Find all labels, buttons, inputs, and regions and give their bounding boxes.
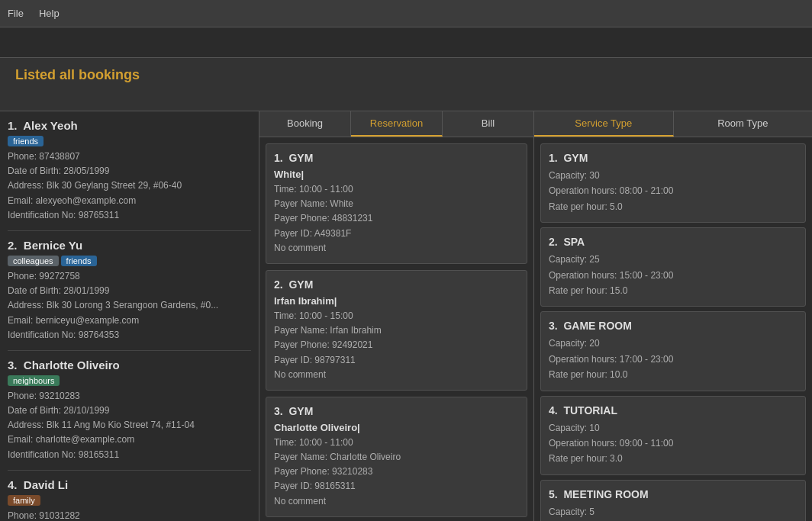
header-area: Listed all bookings [0, 58, 812, 111]
service-card[interactable]: 5. MEETING ROOM Capacity: 5Operation hou… [540, 480, 806, 521]
person-detail-line: Date of Birth: 28/01/1999 [8, 284, 251, 298]
booking-card-details: Time: 10:00 - 11:00Payer Name: Charlotte… [274, 436, 519, 509]
person-detail-line: Email: alexyeoh@example.com [8, 194, 251, 208]
service-card[interactable]: 2. SPA Capacity: 25Operation hours: 15:0… [540, 227, 806, 307]
main-content: 1. Alex Yeoh friends Phone: 87438807Date… [0, 111, 812, 521]
middle-panel: BookingReservationBill 1. GYM White| Tim… [259, 111, 534, 521]
service-detail-line: Rate per hour: 3.0 [549, 451, 798, 466]
tab-bill[interactable]: Bill [443, 111, 533, 137]
right-tab-room-type[interactable]: Room Type [674, 111, 813, 137]
person-details: Phone: 91031282 [8, 509, 251, 521]
service-card-title: 1. GYM [549, 152, 798, 164]
booking-detail-line: Payer Phone: 93210283 [274, 465, 519, 479]
booking-card[interactable]: 3. GYM Charlotte Oliveiro| Time: 10:00 -… [266, 397, 527, 517]
booking-detail-line: Payer Phone: 92492021 [274, 338, 519, 352]
tag-friends: friends [8, 136, 44, 146]
booking-list: 1. GYM White| Time: 10:00 - 11:00Payer N… [259, 137, 533, 521]
person-card[interactable]: 2. Bernice Yu colleaguesfriends Phone: 9… [8, 239, 251, 351]
person-tags: neighbours [8, 375, 251, 389]
booking-detail-line: Payer ID: 98165311 [274, 479, 519, 494]
service-card-title: 5. MEETING ROOM [549, 488, 798, 500]
person-name: 1. Alex Yeoh [8, 119, 251, 132]
service-card-details: Capacity: 5Operation hours: 08:00 - 19:0… [549, 504, 798, 521]
person-details: Phone: 93210283Date of Birth: 28/10/1999… [8, 389, 251, 462]
service-detail-line: Capacity: 10 [549, 420, 798, 436]
service-card[interactable]: 1. GYM Capacity: 30Operation hours: 08:0… [540, 143, 806, 223]
person-name: 2. Bernice Yu [8, 239, 251, 252]
booking-detail-line: Payer Name: Irfan Ibrahim [274, 323, 519, 338]
right-panel: Service TypeRoom Type 1. GYM Capacity: 3… [534, 111, 812, 521]
booking-detail-line: No comment [274, 241, 519, 256]
person-card[interactable]: 4. David Li family Phone: 91031282 [8, 478, 251, 521]
service-card-details: Capacity: 30Operation hours: 08:00 - 21:… [549, 168, 798, 214]
person-detail-line: Address: Blk 30 Lorong 3 Serangoon Garde… [8, 298, 251, 313]
booking-detail-line: Payer ID: A49381F [274, 227, 519, 241]
tab-booking[interactable]: Booking [259, 111, 351, 137]
service-detail-line: Capacity: 30 [549, 168, 798, 183]
booking-card-title: 2. GYM [274, 278, 519, 291]
page-title: Listed all bookings [15, 67, 140, 82]
service-detail-line: Capacity: 20 [549, 336, 798, 351]
tab-reservation[interactable]: Reservation [351, 111, 443, 137]
booking-detail-line: Time: 10:00 - 11:00 [274, 182, 519, 197]
booking-card-name: Charlotte Oliveiro| [274, 422, 519, 433]
booking-card-details: Time: 10:00 - 15:00Payer Name: Irfan Ibr… [274, 309, 519, 382]
right-tab-bar: Service TypeRoom Type [534, 111, 812, 137]
booking-card-name: Irfan Ibrahim| [274, 295, 519, 307]
person-name: 4. David Li [8, 478, 251, 491]
person-card[interactable]: 3. Charlotte Oliveiro neighbours Phone: … [8, 359, 251, 471]
left-panel: 1. Alex Yeoh friends Phone: 87438807Date… [0, 111, 259, 521]
person-detail-line: Identification No: 98765311 [8, 208, 251, 223]
menubar: File Help [0, 0, 812, 27]
booking-detail-line: Payer ID: 98797311 [274, 353, 519, 368]
person-detail-line: Identification No: 98165311 [8, 448, 251, 462]
service-card-details: Capacity: 10Operation hours: 09:00 - 11:… [549, 420, 798, 467]
person-detail-line: Phone: 99272758 [8, 269, 251, 284]
service-detail-line: Operation hours: 17:00 - 23:00 [549, 352, 798, 367]
service-list: 1. GYM Capacity: 30Operation hours: 08:0… [534, 137, 812, 521]
service-card[interactable]: 4. TUTORIAL Capacity: 10Operation hours:… [540, 396, 806, 475]
toolbar [0, 27, 812, 58]
service-detail-line: Rate per hour: 10.0 [549, 367, 798, 382]
booking-card[interactable]: 2. GYM Irfan Ibrahim| Time: 10:00 - 15:0… [266, 270, 527, 391]
tag-family: family [8, 495, 40, 506]
booking-detail-line: Payer Name: Charlotte Oliveiro [274, 450, 519, 465]
service-card[interactable]: 3. GAME ROOM Capacity: 20Operation hours… [540, 311, 806, 391]
person-detail-line: Address: Blk 11 Ang Mo Kio Street 74, #1… [8, 418, 251, 433]
person-details: Phone: 87438807Date of Birth: 28/05/1999… [8, 150, 251, 223]
person-detail-line: Date of Birth: 28/10/1999 [8, 404, 251, 418]
person-detail-line: Email: berniceyu@example.com [8, 314, 251, 328]
service-detail-line: Rate per hour: 5.0 [549, 199, 798, 214]
person-detail-line: Phone: 87438807 [8, 150, 251, 164]
person-tags: friends [8, 135, 251, 150]
person-card[interactable]: 1. Alex Yeoh friends Phone: 87438807Date… [8, 119, 251, 231]
service-card-details: Capacity: 25Operation hours: 15:00 - 23:… [549, 252, 798, 298]
middle-tab-bar: BookingReservationBill [259, 111, 533, 137]
person-details: Phone: 99272758Date of Birth: 28/01/1999… [8, 269, 251, 343]
person-name: 3. Charlotte Oliveiro [8, 359, 251, 371]
person-tags: colleaguesfriends [8, 255, 251, 269]
booking-card-title: 3. GYM [274, 405, 519, 417]
tag-colleagues: colleagues [8, 256, 59, 266]
service-card-details: Capacity: 20Operation hours: 17:00 - 23:… [549, 336, 798, 382]
right-tab-service-type[interactable]: Service Type [534, 111, 674, 137]
person-detail-line: Phone: 91031282 [8, 509, 251, 521]
person-detail-line: Date of Birth: 28/05/1999 [8, 164, 251, 178]
booking-detail-line: Time: 10:00 - 11:00 [274, 436, 519, 450]
file-menu[interactable]: File [8, 8, 24, 19]
booking-detail-line: Time: 10:00 - 15:00 [274, 309, 519, 323]
booking-detail-line: Payer Name: White [274, 197, 519, 211]
service-detail-line: Operation hours: 08:00 - 21:00 [549, 183, 798, 198]
help-menu[interactable]: Help [39, 8, 60, 19]
booking-detail-line: No comment [274, 494, 519, 509]
booking-card[interactable]: 1. GYM White| Time: 10:00 - 11:00Payer N… [266, 143, 527, 264]
service-detail-line: Operation hours: 09:00 - 11:00 [549, 436, 798, 451]
person-tags: family [8, 494, 251, 509]
booking-card-details: Time: 10:00 - 11:00Payer Name: WhitePaye… [274, 182, 519, 256]
tag-neighbours: neighbours [8, 375, 60, 386]
service-card-title: 4. TUTORIAL [549, 404, 798, 416]
booking-card-title: 1. GYM [274, 152, 519, 164]
person-detail-line: Email: charlotte@example.com [8, 433, 251, 447]
tag-friends: friends [61, 256, 97, 266]
booking-detail-line: No comment [274, 368, 519, 382]
